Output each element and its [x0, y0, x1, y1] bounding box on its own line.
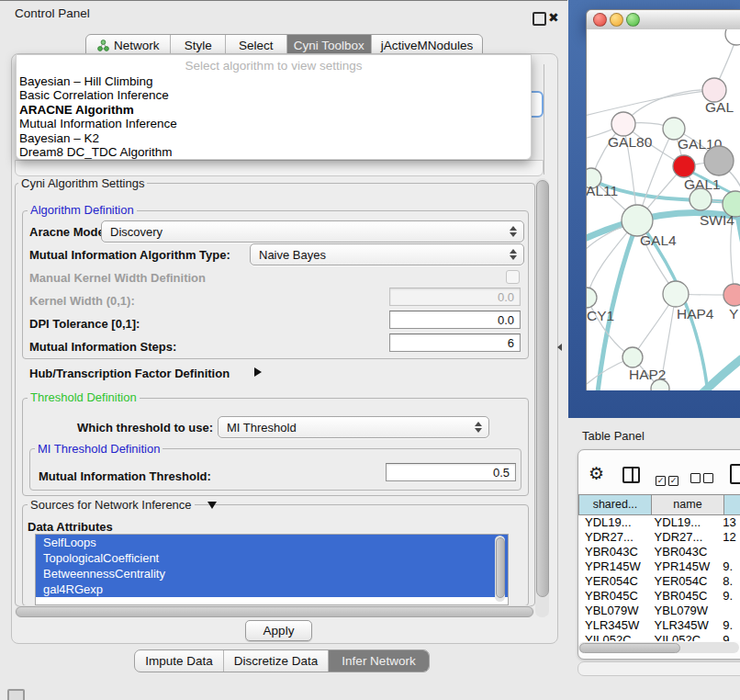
network-node[interactable]: [622, 347, 643, 367]
aracne-mode-label: Aracne Mode:: [29, 225, 108, 239]
algorithm-definition-label: Algorithm Definition: [28, 203, 137, 217]
node-label: GAL4: [640, 232, 677, 248]
attribute-list-item[interactable]: gal4RGexp: [36, 581, 508, 597]
aracne-mode-select[interactable]: Discovery: [101, 220, 524, 243]
column-header-shared-name[interactable]: shared...: [579, 495, 652, 514]
algorithm-dropdown[interactable]: Select algorithm to view settings Bayesi…: [16, 54, 532, 160]
gear-icon[interactable]: ⚙: [589, 464, 604, 482]
tab-impute-data[interactable]: Impute Data: [135, 650, 223, 672]
network-node[interactable]: [723, 284, 740, 306]
settings-hscrollbar-thumb[interactable]: [16, 606, 533, 617]
bottom-tabbar: Impute Data Discretize Data Infer Networ…: [134, 649, 430, 672]
collapse-down-icon[interactable]: [207, 502, 217, 509]
algorithm-option[interactable]: Bayesian – K2: [17, 131, 528, 145]
network-node[interactable]: [611, 112, 635, 136]
sources-group-label: Sources for Network Inference: [28, 498, 195, 512]
table-cell: YLR345W: [651, 618, 721, 633]
which-threshold-label: Which threshold to use:: [77, 421, 213, 435]
table-row[interactable]: YPR145WYPR145W9.: [578, 559, 740, 574]
close-window-icon[interactable]: [593, 13, 607, 27]
mi-threshold-field[interactable]: [386, 463, 516, 481]
tab-discretize-data-label: Discretize Data: [234, 650, 319, 672]
node-label: GAL11: [587, 183, 618, 198]
which-threshold-select[interactable]: MI Threshold: [218, 416, 489, 438]
split-columns-icon[interactable]: [622, 467, 640, 483]
column-header-clipped[interactable]: [724, 495, 740, 514]
attribute-list-item[interactable]: TopologicalCoefficient: [36, 550, 508, 566]
table-cell: YDL19...: [651, 515, 721, 530]
float-panel-icon[interactable]: [533, 12, 546, 26]
mi-type-value: Naive Bayes: [259, 248, 326, 262]
table-cell: 9.: [720, 559, 740, 574]
attribute-list-item[interactable]: BetweennessCentrality: [36, 566, 508, 581]
cyni-algorithm-settings-label: Cyni Algorithm Settings: [18, 176, 147, 190]
table-hscrollbar-thumb[interactable]: [579, 643, 680, 653]
network-node[interactable]: [663, 281, 689, 307]
network-node[interactable]: [673, 155, 695, 177]
algorithm-option[interactable]: Dream8 DC_TDC Algorithm: [17, 145, 528, 159]
table-row[interactable]: YDL19...YDL19...13: [578, 515, 740, 530]
table-cell: 9.: [720, 589, 740, 604]
table-cell: 9.: [720, 618, 740, 633]
mi-steps-field[interactable]: [389, 333, 521, 352]
table-cell: YBR045C: [578, 589, 651, 604]
zoom-window-icon[interactable]: [626, 13, 640, 27]
table-cell: YBL079W: [651, 604, 721, 618]
algorithm-option[interactable]: Bayesian – Hill Climbing: [17, 74, 528, 88]
kernel-width-label: Kernel Width (0,1):: [29, 294, 135, 308]
tab-discretize-data[interactable]: Discretize Data: [223, 650, 328, 672]
algorithm-option[interactable]: Basic Correlation Inference: [17, 88, 528, 102]
spinner-arrows-icon: [475, 422, 482, 433]
table-row[interactable]: YIL052CYIL052C9: [578, 633, 740, 641]
attributes-vscrollbar-thumb[interactable]: [496, 537, 505, 598]
table-row[interactable]: YLR345WYLR345W9.: [578, 618, 740, 633]
manual-kernel-checkbox[interactable]: [506, 270, 520, 284]
minimize-window-icon[interactable]: [610, 13, 623, 27]
close-panel-icon[interactable]: ✖: [548, 11, 559, 24]
table-cell: 13: [720, 515, 740, 530]
table-cell: YDR27...: [651, 530, 721, 545]
network-node[interactable]: [622, 205, 653, 236]
attribute-list-item[interactable]: SelfLoops: [36, 535, 508, 550]
deselect-all-checkboxes-icon[interactable]: [690, 470, 716, 487]
apply-button[interactable]: Apply: [245, 620, 312, 641]
table-panel-title: Table Panel: [582, 429, 645, 443]
table-row[interactable]: YDR27...YDR27...12: [578, 530, 740, 545]
obscured-combo-bottom: [15, 160, 544, 176]
new-column-icon[interactable]: [730, 464, 740, 484]
algorithm-option[interactable]: Mutual Information Inference: [17, 117, 528, 130]
mi-threshold-group-label: MI Threshold Definition: [35, 442, 163, 456]
table-row[interactable]: YBR043CYBR043C: [578, 545, 740, 559]
table-cell: YBR045C: [651, 589, 721, 604]
table-row[interactable]: YER054CYER054C8.: [578, 574, 740, 589]
minimized-panel-icon[interactable]: [7, 689, 25, 700]
aracne-mode-value: Discovery: [110, 225, 163, 239]
tab-infer-network[interactable]: Infer Network: [328, 650, 429, 672]
column-header-name[interactable]: name: [652, 495, 724, 514]
table-row[interactable]: YBR045CYBR045C9.: [578, 589, 740, 604]
spinner-arrows-icon: [510, 249, 517, 260]
data-attributes-label: Data Attributes: [28, 520, 113, 534]
node-label: GCY1: [587, 308, 614, 323]
select-all-checkboxes-icon[interactable]: ✓✓: [656, 470, 681, 487]
splitpane-collapse-icon[interactable]: [557, 344, 562, 351]
hub-definition-label: Hub/Transcription Factor Definition: [29, 367, 230, 380]
kernel-width-field[interactable]: [389, 288, 521, 306]
table-row[interactable]: YBL079WYBL079W: [578, 604, 740, 618]
network-node[interactable]: [725, 29, 740, 45]
data-attributes-list[interactable]: SelfLoopsTopologicalCoefficientBetweenne…: [35, 534, 509, 605]
table-cell: YLR345W: [578, 618, 651, 633]
table-cell: YIL052C: [578, 633, 651, 641]
table-cell: YBR043C: [578, 545, 651, 559]
dpi-tolerance-field[interactable]: [389, 310, 521, 329]
network-node[interactable]: [690, 188, 712, 210]
expand-right-icon[interactable]: [254, 367, 262, 377]
mi-type-select[interactable]: Naive Bayes: [250, 243, 524, 265]
network-view[interactable]: GALGAL80GAL10GAL1GAL11SWI4GAL4GCY1HAP4YH…: [586, 29, 740, 390]
settings-vscrollbar-thumb[interactable]: [536, 180, 549, 597]
network-node[interactable]: [587, 288, 597, 308]
network-window-titlebar[interactable]: [586, 9, 740, 30]
algorithm-option[interactable]: ARACNE Algorithm: [17, 103, 528, 117]
table-cell: YPR145W: [651, 559, 721, 574]
network-node[interactable]: [704, 146, 734, 175]
